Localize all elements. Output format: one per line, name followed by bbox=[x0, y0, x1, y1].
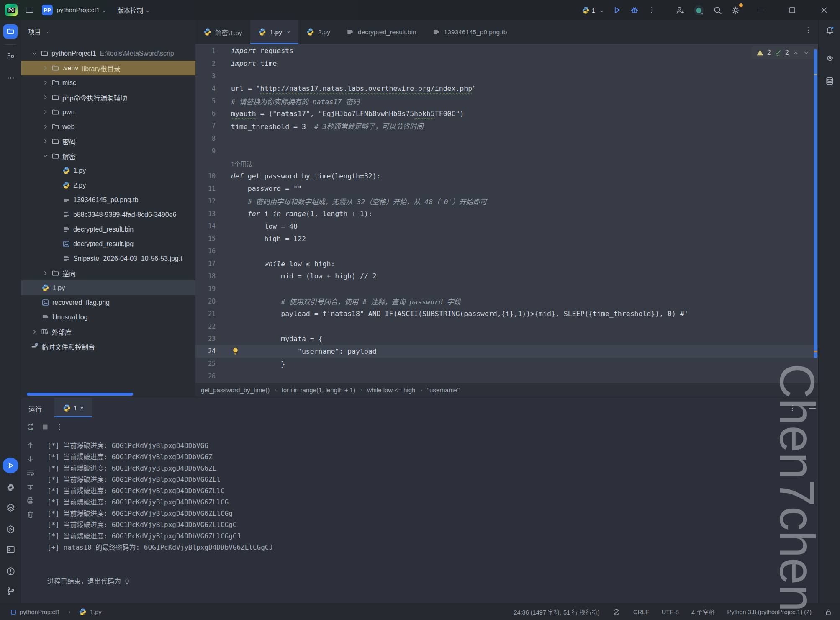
project-name[interactable]: pythonProject1 bbox=[57, 6, 100, 14]
services-button[interactable] bbox=[0, 525, 21, 534]
tree-item[interactable]: php命令执行漏洞辅助 bbox=[21, 90, 195, 105]
editor-tab[interactable]: 1.py× bbox=[250, 20, 298, 44]
database-button[interactable] bbox=[819, 76, 840, 86]
tab-list-kebab-icon[interactable] bbox=[804, 26, 812, 34]
debug-button[interactable] bbox=[626, 0, 643, 20]
usages-inlay-hint[interactable]: 1个用法 bbox=[231, 159, 253, 168]
tree-item[interactable]: pythonProject1E:\tools\MetaSword\scrip bbox=[21, 46, 195, 61]
tree-item[interactable]: 139346145_p0.png.tb bbox=[21, 193, 195, 207]
close-tab-icon[interactable]: × bbox=[80, 404, 84, 412]
tree-item[interactable]: 密码 bbox=[21, 134, 195, 149]
stop-icon[interactable] bbox=[41, 423, 49, 431]
next-issue-icon[interactable] bbox=[803, 49, 810, 57]
intention-bulb-icon[interactable] bbox=[231, 347, 239, 355]
editor-tab[interactable]: 2.py bbox=[298, 20, 338, 44]
code-with-me-button[interactable] bbox=[671, 0, 689, 20]
file-encoding[interactable]: UTF-8 bbox=[662, 609, 679, 615]
tree-item[interactable]: 临时文件和控制台 bbox=[21, 339, 195, 354]
more-actions-button[interactable] bbox=[643, 0, 660, 20]
version-control-button[interactable] bbox=[0, 587, 21, 596]
status-project[interactable]: pythonProject1 bbox=[20, 609, 60, 615]
run-panel-title[interactable]: 运行 bbox=[28, 404, 42, 414]
run-console[interactable]: [*] 当前爆破进度: 6OG1PcKdVjyBlpxgD4DDbVG6[*] … bbox=[47, 440, 273, 587]
status-file[interactable]: 1.py bbox=[90, 609, 101, 615]
scroll-to-end-icon[interactable] bbox=[26, 482, 35, 491]
tree-item[interactable]: decrypted_result.bin bbox=[21, 222, 195, 237]
tree-item[interactable]: decrypted_result.jpg bbox=[21, 237, 195, 251]
project-panel-header[interactable]: 项目 ⌄ bbox=[21, 20, 195, 36]
rerun-icon[interactable] bbox=[26, 422, 35, 432]
ai-assistant-button[interactable] bbox=[819, 53, 840, 62]
maximize-button[interactable] bbox=[776, 0, 808, 20]
chevron-right-icon[interactable] bbox=[40, 79, 50, 86]
tree-item[interactable]: Unusual.log bbox=[21, 310, 195, 324]
chevron-right-icon[interactable] bbox=[40, 64, 50, 72]
project-avatar-badge[interactable]: PP bbox=[42, 5, 53, 15]
tree-item[interactable]: .venvlibrary根目录 bbox=[21, 61, 195, 75]
chevron-right-icon[interactable] bbox=[29, 328, 39, 335]
editor-tab[interactable]: decrypted_result.bin bbox=[338, 20, 424, 44]
vcs-widget[interactable]: 版本控制 bbox=[117, 5, 143, 15]
tree-item[interactable]: 解密 bbox=[21, 149, 195, 163]
tree-item[interactable]: web bbox=[21, 119, 195, 134]
run-tool-window-button[interactable] bbox=[0, 458, 21, 473]
structure-tool-window-button[interactable] bbox=[0, 52, 21, 61]
toolbar-kebab-icon[interactable] bbox=[55, 423, 64, 431]
settings-button[interactable] bbox=[727, 0, 745, 20]
tree-item[interactable]: 1.py bbox=[21, 280, 195, 295]
lock-open-icon[interactable] bbox=[824, 608, 832, 616]
indent-setting[interactable]: 4 个空格 bbox=[691, 607, 715, 616]
project-tool-window-button[interactable] bbox=[0, 24, 21, 39]
breadcrumb-item[interactable]: get_password_by_time() bbox=[201, 386, 270, 394]
tree-item[interactable]: pwn bbox=[21, 105, 195, 119]
clear-console-icon[interactable] bbox=[26, 510, 35, 519]
down-stacktrace-icon[interactable] bbox=[26, 455, 35, 463]
soft-wrap-icon[interactable] bbox=[26, 468, 35, 477]
close-button[interactable] bbox=[808, 0, 840, 20]
run-button[interactable] bbox=[608, 0, 626, 20]
tree-item[interactable]: recovered_flag.png bbox=[21, 295, 195, 310]
chevron-down-icon[interactable] bbox=[40, 152, 50, 160]
run-tab[interactable]: 1 × bbox=[54, 398, 92, 417]
chevron-right-icon[interactable] bbox=[40, 270, 50, 277]
python-packages-button[interactable] bbox=[0, 484, 21, 491]
terminal-button[interactable] bbox=[0, 545, 21, 554]
python-interpreter[interactable]: Python 3.8 (pythonProject1) (2) bbox=[727, 609, 812, 615]
code-editor[interactable]: 1import requests2import time34url = "htt… bbox=[195, 44, 818, 383]
up-stacktrace-icon[interactable] bbox=[26, 441, 35, 450]
run-options-kebab-icon[interactable] bbox=[788, 404, 796, 412]
chevron-right-icon[interactable] bbox=[40, 138, 50, 145]
tree-item[interactable]: 逆向 bbox=[21, 266, 195, 280]
tree-item[interactable]: Snipaste_2026-04-03_10-56-53.jpg.t bbox=[21, 251, 195, 266]
chevron-right-icon[interactable] bbox=[40, 94, 50, 101]
python-console-button[interactable] bbox=[0, 503, 21, 512]
breadcrumb-item[interactable]: "username" bbox=[427, 386, 460, 394]
chevron-right-icon[interactable] bbox=[40, 108, 50, 116]
search-everywhere-button[interactable] bbox=[709, 0, 727, 20]
chevron-down-icon[interactable] bbox=[29, 50, 39, 57]
caret-position[interactable]: 24:36 (1497 字符, 51 行 换行符) bbox=[514, 607, 600, 616]
vcs-chevron-down-icon[interactable]: ⌄ bbox=[145, 7, 150, 13]
notifications-button[interactable] bbox=[819, 26, 840, 36]
tree-item[interactable]: b88c3348-9389-4fad-8cd6-3490e6 bbox=[21, 207, 195, 222]
hide-panel-icon[interactable]: — bbox=[809, 404, 816, 412]
editor-tab[interactable]: 139346145_p0.png.tb bbox=[424, 20, 515, 44]
line-separator[interactable]: CRLF bbox=[633, 609, 649, 615]
print-icon[interactable] bbox=[26, 496, 35, 505]
more-tool-windows-button[interactable] bbox=[0, 74, 21, 82]
run-configuration-selector[interactable]: 1 ⌄ bbox=[578, 0, 608, 20]
project-chevron-down-icon[interactable]: ⌄ bbox=[102, 7, 106, 13]
main-menu-icon[interactable] bbox=[25, 5, 34, 15]
close-tab-icon[interactable]: × bbox=[287, 28, 290, 36]
breadcrumb-item[interactable]: while low <= high bbox=[367, 386, 415, 394]
tree-item[interactable]: misc bbox=[21, 75, 195, 90]
inspections-widget[interactable]: 2 2 bbox=[751, 46, 815, 59]
highlight-level-icon[interactable] bbox=[612, 608, 621, 616]
minimize-button[interactable] bbox=[745, 0, 776, 20]
breadcrumb-item[interactable]: for i in range(1, length + 1) bbox=[282, 386, 355, 394]
chevron-right-icon[interactable] bbox=[40, 123, 50, 130]
editor-tab[interactable]: 解密\1.py bbox=[195, 20, 250, 44]
tree-item[interactable]: 1.py bbox=[21, 163, 195, 178]
prev-issue-icon[interactable] bbox=[792, 49, 799, 57]
tree-item[interactable]: 外部库 bbox=[21, 324, 195, 339]
